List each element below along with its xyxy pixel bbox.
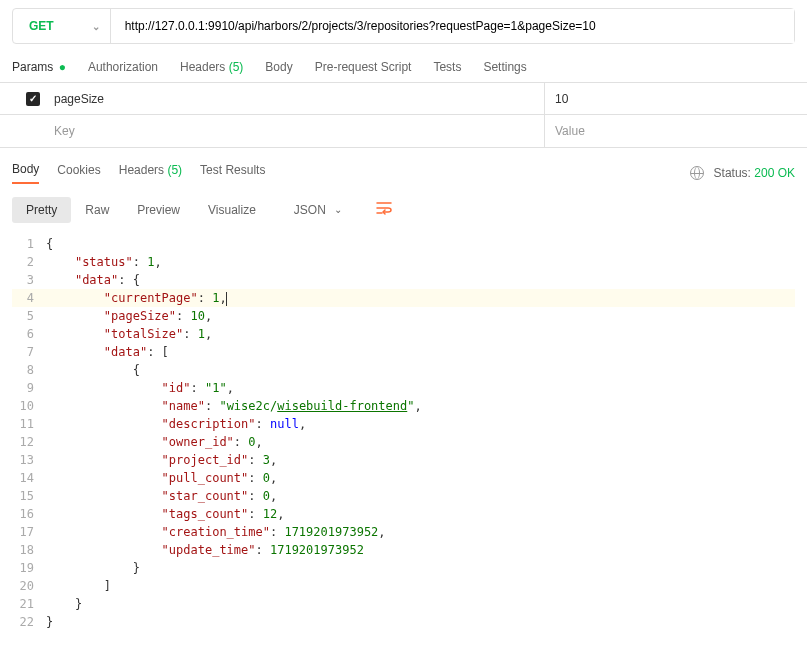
tab-authorization[interactable]: Authorization bbox=[88, 58, 158, 76]
request-bar: GET ⌄ bbox=[12, 8, 795, 44]
params-table: ✓ pageSize 10 Key Value bbox=[0, 82, 807, 148]
view-visualize-button[interactable]: Visualize bbox=[194, 197, 270, 223]
method-select[interactable]: GET ⌄ bbox=[13, 9, 111, 43]
tab-tests[interactable]: Tests bbox=[433, 58, 461, 76]
params-dot: ● bbox=[55, 60, 66, 74]
url-input[interactable] bbox=[111, 9, 794, 43]
format-select[interactable]: JSON ⌄ bbox=[282, 198, 354, 222]
param-key-placeholder[interactable]: Key bbox=[44, 124, 544, 138]
tab-settings[interactable]: Settings bbox=[483, 58, 526, 76]
view-raw-button[interactable]: Raw bbox=[71, 197, 123, 223]
table-row: ✓ pageSize 10 bbox=[0, 83, 807, 115]
request-tabs: Params ● Authorization Headers (5) Body … bbox=[0, 52, 807, 82]
tab-params[interactable]: Params ● bbox=[12, 58, 66, 76]
view-pretty-button[interactable]: Pretty bbox=[12, 197, 71, 223]
resp-tab-headers[interactable]: Headers (5) bbox=[119, 163, 182, 183]
response-toolbar: Pretty Raw Preview Visualize JSON ⌄ bbox=[0, 190, 807, 229]
response-body[interactable]: 1{2 "status": 1,3 "data": {4 "currentPag… bbox=[0, 229, 807, 637]
resp-tab-body[interactable]: Body bbox=[12, 162, 39, 184]
resp-tab-cookies[interactable]: Cookies bbox=[57, 163, 100, 183]
chevron-down-icon: ⌄ bbox=[334, 204, 342, 215]
resp-tab-testresults[interactable]: Test Results bbox=[200, 163, 265, 183]
response-tabs: Body Cookies Headers (5) Test Results St… bbox=[0, 148, 807, 190]
chevron-down-icon: ⌄ bbox=[92, 21, 100, 32]
view-buttons: Pretty Raw Preview Visualize bbox=[12, 197, 270, 223]
table-row: Key Value bbox=[0, 115, 807, 147]
tab-prescript[interactable]: Pre-request Script bbox=[315, 58, 412, 76]
status-text: Status: 200 OK bbox=[714, 166, 795, 180]
tab-headers[interactable]: Headers (5) bbox=[180, 58, 243, 76]
param-key-cell[interactable]: pageSize bbox=[44, 92, 544, 106]
wrap-icon bbox=[376, 201, 392, 215]
tab-body[interactable]: Body bbox=[265, 58, 292, 76]
globe-icon[interactable] bbox=[690, 166, 704, 180]
param-checkbox[interactable]: ✓ bbox=[26, 92, 40, 106]
view-preview-button[interactable]: Preview bbox=[123, 197, 194, 223]
param-value-placeholder[interactable]: Value bbox=[544, 115, 807, 147]
line-wrap-button[interactable] bbox=[366, 196, 402, 223]
param-value-cell[interactable]: 10 bbox=[544, 83, 807, 114]
method-value: GET bbox=[29, 19, 54, 33]
